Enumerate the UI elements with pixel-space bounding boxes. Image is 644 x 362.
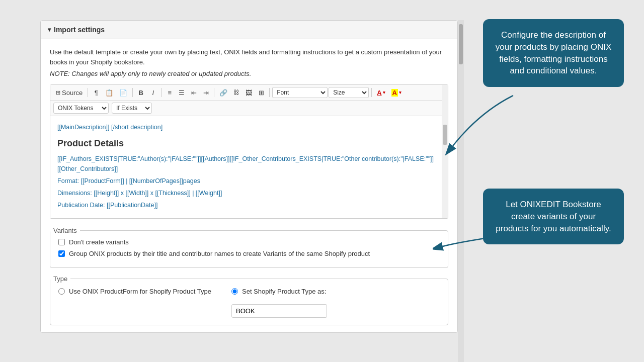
editor-line2: [[IF_Authors_EXISTS|TRUE:"Author(s):"|FA… [57, 154, 441, 174]
variant-option1-checkbox[interactable] [58, 239, 65, 245]
toolbar-row1: ⊞ Source ¶ 📋 📄 B I ≡ ☰ ⇤ ⇥ 🔗 ⛓ 🖼 ⊞ [50, 85, 448, 101]
source-icon: ⊞ [56, 89, 60, 96]
type-option1-label: Use ONIX ProductForm for Shopify Product… [69, 288, 211, 295]
variant-option2-checkbox[interactable] [58, 250, 65, 257]
link-btn[interactable]: 🔗 [217, 87, 230, 98]
variants-section: Variants Don't create variants Group ONI… [50, 227, 448, 268]
editor-heading: Product Details [57, 136, 441, 151]
indent-btn[interactable]: ⇥ [200, 87, 211, 98]
format-btn3[interactable]: 📄 [117, 87, 130, 98]
text-color-btn[interactable]: A ▾ [374, 87, 387, 98]
divider4 [214, 88, 214, 97]
bg-color-btn[interactable]: A ▾ [389, 87, 404, 98]
intro-main-text: Use the default template or create your … [50, 47, 448, 67]
section-title: Import settings [54, 26, 105, 34]
editor-line4: Dimensions: [[Height]] x [[Width]] x [[T… [57, 188, 441, 198]
type-option1-radio[interactable] [58, 288, 65, 295]
text-color-dropdown-icon[interactable]: ▾ [383, 90, 385, 95]
tooltip-box-2: Let ONIXEDIT Bookstore create variants o… [483, 189, 624, 244]
source-button[interactable]: ⊞ Source [53, 87, 85, 98]
intro-note: NOTE: Changes will apply only to newly c… [50, 70, 448, 77]
variant-option2-row: Group ONIX products by their title and c… [58, 250, 440, 257]
editor-line5: Publication Date: [[PublicationDate]] [57, 200, 441, 210]
divider5 [269, 88, 270, 97]
table-btn[interactable]: ⊞ [256, 87, 267, 98]
italic-btn[interactable]: I [147, 87, 158, 98]
divider1 [88, 88, 88, 97]
type-body: Use ONIX ProductForm for Shopify Product… [50, 283, 448, 325]
section-header[interactable]: Import settings [41, 21, 457, 39]
divider2 [132, 88, 133, 97]
variant-option1-label: Don't create variants [69, 238, 129, 246]
type-section: Type Use ONIX ProductForm for Shopify Pr… [50, 275, 448, 325]
image-btn[interactable]: 🖼 [243, 87, 255, 98]
type-option2-group: Set Shopify Product Type as: [231, 288, 327, 318]
bg-color-dropdown-icon[interactable]: ▾ [399, 90, 401, 95]
divider3 [161, 88, 162, 97]
variant-option1-row: Don't create variants [58, 238, 440, 246]
divider6 [371, 88, 372, 97]
type-option2-label: Set Shopify Product Type as: [242, 288, 326, 295]
section-body: Use the default template or create your … [41, 39, 457, 227]
editor-scrollbar[interactable] [442, 85, 448, 218]
format-btn1[interactable]: ¶ [91, 87, 102, 98]
product-type-input[interactable] [231, 304, 327, 318]
import-settings-panel: Import settings Use the default template… [40, 20, 458, 333]
main-scrollbar[interactable] [458, 20, 464, 362]
unlink-btn[interactable]: ⛓ [231, 87, 242, 98]
type-legend: Type [50, 275, 70, 283]
tooltip-box-1: Configure the description of your produc… [483, 19, 624, 87]
format-btn2[interactable]: 📋 [103, 87, 116, 98]
bg-color-a: A [391, 89, 398, 97]
type-option2-radio[interactable] [231, 288, 238, 295]
size-select[interactable]: Size [329, 87, 369, 98]
editor-line3: Format: [[ProductForm]] | [[NumberOfPage… [57, 176, 441, 186]
tooltip-1-text: Configure the description of your produc… [496, 30, 612, 75]
ordered-list-btn[interactable]: ≡ [164, 87, 175, 98]
editor-content[interactable]: [[MainDescription]] [/short description]… [50, 116, 448, 218]
main-scrollbar-thumb[interactable] [459, 24, 463, 64]
type-option2-row: Set Shopify Product Type as: [231, 288, 327, 295]
tokens-select[interactable]: ONIX Tokens [53, 103, 109, 114]
type-option1-row: Use ONIX ProductForm for Shopify Product… [58, 288, 211, 295]
editor-line1: [[MainDescription]] [/short description] [57, 122, 441, 132]
toolbar-row2: ONIX Tokens If Exists [50, 101, 448, 116]
condition-select[interactable]: If Exists [112, 103, 152, 114]
bold-btn[interactable]: B [135, 87, 146, 98]
variant-option2-label: Group ONIX products by their title and c… [69, 250, 370, 257]
outdent-btn[interactable]: ⇤ [188, 87, 199, 98]
editor-wrapper: ⊞ Source ¶ 📋 📄 B I ≡ ☰ ⇤ ⇥ 🔗 ⛓ 🖼 ⊞ [50, 84, 448, 219]
tooltip-2-text: Let ONIXEDIT Bookstore create variants o… [496, 200, 611, 233]
variants-legend: Variants [50, 227, 80, 234]
unordered-list-btn[interactable]: ☰ [176, 87, 187, 98]
source-label: Source [62, 89, 83, 97]
font-select[interactable]: Font [272, 87, 328, 98]
editor-scrollbar-thumb[interactable] [443, 125, 447, 145]
text-color-a: A [377, 89, 381, 97]
variants-body: Don't create variants Group ONIX product… [50, 234, 448, 267]
